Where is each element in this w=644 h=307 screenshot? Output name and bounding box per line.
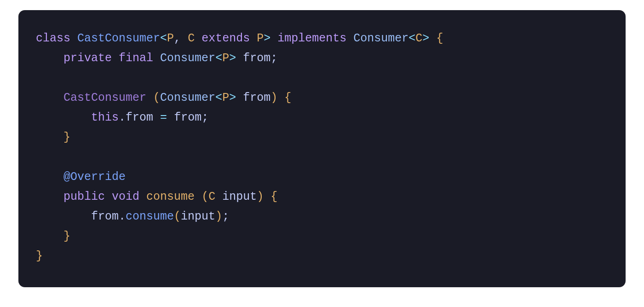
- keyword-extends: extends: [201, 32, 250, 45]
- generic-p: P: [222, 52, 229, 65]
- semicolon: ;: [222, 210, 229, 223]
- keyword-public: public: [63, 190, 105, 203]
- brace-close: }: [63, 230, 70, 243]
- code-line-11: }: [36, 230, 70, 243]
- angle-close: >: [422, 32, 429, 45]
- code-line-5: this.from = from;: [36, 111, 208, 124]
- object-ref: from: [91, 210, 119, 223]
- field-ref: from: [126, 111, 153, 124]
- angle-close: >: [264, 32, 270, 45]
- code-line-6: }: [36, 131, 70, 144]
- brace-close: }: [36, 249, 43, 263]
- constructor-name: CastConsumer: [63, 91, 146, 104]
- dot: .: [119, 111, 126, 124]
- code-line-12: }: [36, 249, 43, 263]
- method-call: consume: [126, 210, 174, 223]
- keyword-class: class: [36, 32, 70, 45]
- code-line-1: class CastConsumer<P, C extends P> imple…: [36, 32, 443, 45]
- code-line-4: CastConsumer (Consumer<P> from) {: [36, 91, 291, 104]
- angle-close: >: [229, 91, 236, 104]
- generic-c-arg: C: [415, 32, 422, 45]
- angle-open: <: [160, 32, 167, 45]
- paren-close: ): [270, 91, 277, 104]
- generic-p-bound: P: [257, 32, 264, 45]
- param-name: input: [222, 190, 257, 203]
- code-line-2: private final Consumer<P> from;: [36, 52, 277, 65]
- generic-p: P: [167, 32, 174, 45]
- comma: ,: [174, 32, 181, 45]
- keyword-void: void: [112, 190, 139, 203]
- generic-c: C: [188, 32, 195, 45]
- brace-close: }: [63, 131, 70, 144]
- code-block: class CastConsumer<P, C extends P> imple…: [18, 10, 626, 287]
- code-line-8: @Override: [36, 170, 126, 184]
- argument: input: [181, 210, 215, 223]
- angle-open: <: [215, 91, 222, 104]
- annotation-at: @: [63, 170, 70, 184]
- paren-close: ): [215, 210, 222, 223]
- equals: =: [160, 111, 167, 124]
- class-name: CastConsumer: [77, 32, 160, 45]
- brace-open: {: [270, 190, 277, 203]
- rhs: from: [174, 111, 201, 124]
- code-line-9: public void consume (C input) {: [36, 190, 277, 203]
- code-line-10: from.consume(input);: [36, 210, 229, 223]
- param-type: C: [208, 190, 215, 203]
- field-name: from: [243, 52, 270, 65]
- param-name: from: [243, 91, 270, 104]
- angle-close: >: [229, 52, 236, 65]
- semicolon: ;: [201, 111, 208, 124]
- paren-open: (: [153, 91, 160, 104]
- angle-open: <: [408, 32, 415, 45]
- paren-open: (: [201, 190, 208, 203]
- keyword-private: private: [63, 52, 112, 65]
- brace-open: {: [436, 32, 443, 45]
- param-type: Consumer: [160, 91, 215, 104]
- field-type: Consumer: [160, 52, 215, 65]
- annotation-name: Override: [70, 170, 126, 184]
- generic-p: P: [222, 91, 229, 104]
- method-name: consume: [146, 190, 195, 203]
- dot: .: [119, 210, 126, 223]
- keyword-final: final: [119, 52, 153, 65]
- paren-close: ): [257, 190, 264, 203]
- interface-name: Consumer: [353, 32, 408, 45]
- keyword-implements: implements: [277, 32, 346, 45]
- semicolon: ;: [270, 52, 277, 65]
- keyword-this: this: [91, 111, 119, 124]
- paren-open: (: [174, 210, 181, 223]
- brace-open: {: [284, 91, 291, 104]
- angle-open: <: [215, 52, 222, 65]
